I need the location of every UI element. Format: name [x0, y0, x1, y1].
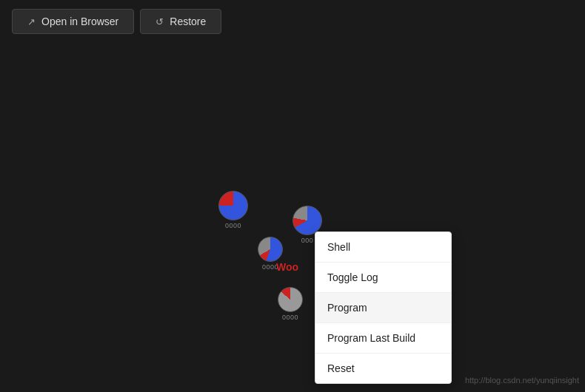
restore-button[interactable]: ↺ Restore [140, 9, 221, 34]
watermark: http://blog.csdn.net/yunqiinsight [465, 376, 579, 385]
context-menu: Shell Toggle Log Program Program Last Bu… [315, 232, 452, 384]
restore-icon: ↺ [156, 16, 164, 27]
context-menu-item-shell[interactable]: Shell [315, 232, 451, 263]
node-4-label: 0000 [282, 314, 298, 321]
node-1[interactable]: 0000 [218, 191, 248, 229]
woo-text: Woo [276, 261, 298, 273]
open-browser-icon: ↗ [27, 16, 36, 27]
context-menu-item-program-last-build[interactable]: Program Last Build [315, 323, 451, 354]
context-menu-item-program[interactable]: Program [315, 293, 451, 323]
node-3-circle [292, 206, 322, 235]
node-1-label: 0000 [225, 222, 241, 229]
toolbar: ↗ Open in Browser ↺ Restore [0, 0, 585, 43]
node-4[interactable]: 0000 [278, 287, 303, 321]
restore-label: Restore [170, 16, 206, 27]
node-3-label: 000 [301, 237, 314, 244]
canvas-area: 0000 0000 000 0000 Woo Shell Toggle Log … [0, 43, 585, 391]
node-2-circle [258, 237, 283, 262]
node-4-circle [278, 287, 303, 312]
context-menu-item-toggle-log[interactable]: Toggle Log [315, 263, 451, 293]
context-menu-item-reset[interactable]: Reset [315, 354, 451, 383]
open-browser-label: Open in Browser [41, 16, 118, 27]
open-browser-button[interactable]: ↗ Open in Browser [12, 9, 134, 34]
node-1-circle [218, 191, 248, 220]
